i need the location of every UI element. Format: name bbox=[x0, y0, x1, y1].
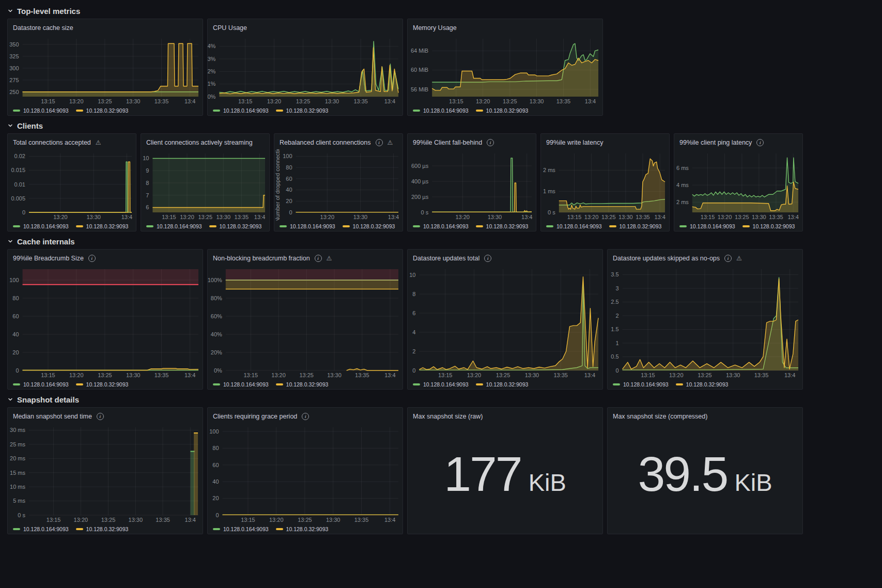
panel-header[interactable]: Datastore updates skipped as no-opsi⚠ bbox=[608, 250, 802, 265]
legend-item[interactable]: 10.128.0.164:9093 bbox=[146, 223, 202, 229]
panel-title: Datastore updates total bbox=[413, 255, 479, 262]
timeseries-chart[interactable]: 02040608010013:1513:2013:2513:3013:3513:… bbox=[8, 265, 203, 379]
panel-header[interactable]: Non-blocking breadcrumb fractioni⚠ bbox=[208, 250, 403, 265]
svg-text:13:25: 13:25 bbox=[298, 517, 312, 523]
legend-item[interactable]: 10.128.0.32:9093 bbox=[276, 107, 329, 114]
warning-icon[interactable]: ⚠ bbox=[736, 255, 742, 261]
warning-icon[interactable]: ⚠ bbox=[388, 140, 393, 146]
legend-item[interactable]: 10.128.0.32:9093 bbox=[76, 381, 129, 388]
panel-title: Client connections actively streaming bbox=[146, 139, 253, 146]
legend-item[interactable]: 10.128.0.164:9093 bbox=[13, 381, 69, 388]
svg-text:20 ms: 20 ms bbox=[10, 455, 25, 461]
timeseries-chart[interactable]: 0%1%2%3%4%13:1513:2013:2513:3013:3513:4 bbox=[208, 35, 403, 105]
legend-item[interactable]: 10.128.0.164:9093 bbox=[213, 381, 269, 388]
info-icon[interactable]: i bbox=[97, 413, 104, 420]
legend-item[interactable]: 10.128.0.164:9093 bbox=[13, 223, 69, 229]
svg-text:13:20: 13:20 bbox=[53, 214, 68, 220]
legend-swatch bbox=[280, 225, 287, 227]
legend-item[interactable]: 10.128.0.32:9093 bbox=[76, 526, 129, 532]
panel-header[interactable]: Rebalanced client connenctionsi⚠ bbox=[274, 134, 403, 149]
panel-header[interactable]: Total connections accepted⚠ bbox=[8, 134, 136, 149]
svg-text:13:30: 13:30 bbox=[326, 517, 341, 523]
legend-item[interactable]: 10.128.0.164:9093 bbox=[413, 107, 469, 114]
info-icon[interactable]: i bbox=[315, 255, 322, 262]
svg-text:0%: 0% bbox=[214, 367, 222, 374]
panel-header[interactable]: 99%ile client ping latencyi bbox=[674, 134, 802, 149]
legend-label: 10.128.0.164:9093 bbox=[556, 223, 602, 229]
timeseries-chart[interactable]: 0%20%40%60%80%100%13:1513:2013:2513:3013… bbox=[208, 265, 403, 379]
panel-header[interactable]: Datastore cache size bbox=[8, 19, 203, 35]
timeseries-chart[interactable]: 0 s1 ms2 ms13:1513:2013:2513:3013:3513:4 bbox=[541, 149, 669, 221]
legend-item[interactable]: 10.128.0.164:9093 bbox=[546, 223, 602, 229]
warning-icon[interactable]: ⚠ bbox=[96, 140, 101, 146]
legend-item[interactable]: 10.128.0.32:9093 bbox=[76, 223, 129, 229]
panel-header[interactable]: 99%ile Breadcrumb Sizei bbox=[8, 250, 203, 265]
panel-total-connections-accepted: Total connections accepted⚠00.0050.010.0… bbox=[7, 133, 136, 231]
legend-swatch bbox=[13, 528, 20, 530]
panel-header[interactable]: Max snapshot size (compressed) bbox=[608, 408, 802, 423]
panel-header[interactable]: Clients requiring grace periodi bbox=[208, 408, 403, 423]
panel-header[interactable]: Memory Usage bbox=[408, 19, 602, 35]
panel-header[interactable]: 99%ile Client fall-behindi bbox=[408, 134, 536, 149]
legend-item[interactable]: 10.128.0.32:9093 bbox=[209, 223, 262, 229]
section-header[interactable]: Cache internals bbox=[7, 235, 882, 248]
timeseries-chart[interactable]: 0 s200 µs400 µs600 µs13:2013:3013:4 bbox=[408, 149, 536, 221]
panel-max-snapshot-size-compressed: Max snapshot size (compressed)39.5KiB bbox=[607, 407, 803, 534]
chart-area: 67891013:1513:2013:2513:3013:3513:4 bbox=[141, 149, 269, 223]
svg-text:2%: 2% bbox=[208, 68, 216, 74]
legend-swatch bbox=[343, 225, 350, 227]
section-header[interactable]: Top-level metrics bbox=[7, 4, 882, 18]
legend-item[interactable]: 10.128.0.32:9093 bbox=[476, 223, 529, 229]
timeseries-chart[interactable]: 56 MiB60 MiB64 MiB13:1513:2013:2513:3013… bbox=[408, 35, 602, 105]
svg-text:13:25: 13:25 bbox=[601, 214, 616, 220]
legend-item[interactable]: 10.128.0.164:9093 bbox=[280, 223, 335, 229]
info-icon[interactable]: i bbox=[484, 255, 491, 262]
legend-item[interactable]: 10.128.0.32:9093 bbox=[76, 107, 129, 114]
timeseries-chart[interactable]: 25027530032535013:1513:2013:2513:3013:35… bbox=[8, 35, 203, 105]
legend-item[interactable]: 10.128.0.164:9093 bbox=[613, 381, 669, 388]
legend-item[interactable]: 10.128.0.164:9093 bbox=[413, 223, 469, 229]
timeseries-chart[interactable]: 67891013:1513:2013:2513:3013:3513:4 bbox=[141, 149, 269, 221]
section-header[interactable]: Clients bbox=[7, 119, 882, 132]
legend-label: 10.128.0.164:9093 bbox=[423, 223, 469, 229]
panel-header[interactable]: Client connections actively streaming bbox=[141, 134, 269, 149]
panel-header[interactable]: Max snapshot size (raw) bbox=[408, 408, 602, 423]
warning-icon[interactable]: ⚠ bbox=[327, 255, 332, 261]
panel-header[interactable]: 99%ile write latency bbox=[541, 134, 669, 149]
panel-header[interactable]: Datastore updates totali bbox=[408, 250, 602, 265]
legend-item[interactable]: 10.128.0.164:9093 bbox=[213, 526, 269, 532]
legend-item[interactable]: 10.128.0.32:9093 bbox=[676, 381, 729, 388]
legend-item[interactable]: 10.128.0.164:9093 bbox=[213, 107, 269, 114]
timeseries-chart[interactable]: 02040608010013:2013:3013:4Number of drop… bbox=[274, 149, 403, 221]
legend-item[interactable]: 10.128.0.164:9093 bbox=[13, 526, 69, 532]
panel-header[interactable]: Median snapshot send timei bbox=[8, 408, 203, 423]
legend-item[interactable]: 10.128.0.32:9093 bbox=[476, 381, 529, 388]
svg-text:25 ms: 25 ms bbox=[10, 441, 25, 447]
legend-item[interactable]: 10.128.0.32:9093 bbox=[476, 107, 529, 114]
timeseries-chart[interactable]: 00.511.522.533.513:1513:2013:2513:3013:3… bbox=[608, 265, 802, 379]
legend: 10.128.0.164:909310.128.0.32:9093 bbox=[208, 107, 403, 116]
legend-item[interactable]: 10.128.0.164:9093 bbox=[413, 381, 469, 388]
timeseries-chart[interactable]: 0 s5 ms10 ms15 ms20 ms25 ms30 ms13:1513:… bbox=[8, 423, 203, 523]
section-header[interactable]: Snapshot details bbox=[7, 393, 882, 406]
legend-item[interactable]: 10.128.0.164:9093 bbox=[679, 223, 735, 229]
info-icon[interactable]: i bbox=[376, 139, 383, 146]
timeseries-chart[interactable]: 2 ms4 ms6 ms13:1513:2013:2513:3013:3513:… bbox=[674, 149, 802, 221]
legend-item[interactable]: 10.128.0.32:9093 bbox=[343, 223, 395, 229]
legend-item[interactable]: 10.128.0.164:9093 bbox=[13, 107, 69, 114]
legend-item[interactable]: 10.128.0.32:9093 bbox=[609, 223, 662, 229]
info-icon[interactable]: i bbox=[88, 255, 96, 262]
info-icon[interactable]: i bbox=[302, 413, 309, 420]
timeseries-chart[interactable]: 02040608010013:1513:2013:2513:3013:3513:… bbox=[208, 423, 403, 523]
info-icon[interactable]: i bbox=[724, 255, 732, 262]
panel-header[interactable]: CPU Usage bbox=[208, 19, 403, 35]
svg-text:13:30: 13:30 bbox=[353, 214, 368, 220]
legend-swatch bbox=[546, 225, 553, 227]
timeseries-chart[interactable]: 00.0050.010.0150.0213:2013:3013:4 bbox=[8, 149, 136, 221]
legend-item[interactable]: 10.128.0.32:9093 bbox=[276, 381, 329, 388]
legend-item[interactable]: 10.128.0.32:9093 bbox=[742, 223, 795, 229]
timeseries-chart[interactable]: 024681013:1513:2013:2513:3013:3513:4 bbox=[408, 265, 602, 379]
legend-item[interactable]: 10.128.0.32:9093 bbox=[276, 526, 329, 532]
info-icon[interactable]: i bbox=[756, 139, 764, 146]
info-icon[interactable]: i bbox=[487, 139, 494, 146]
